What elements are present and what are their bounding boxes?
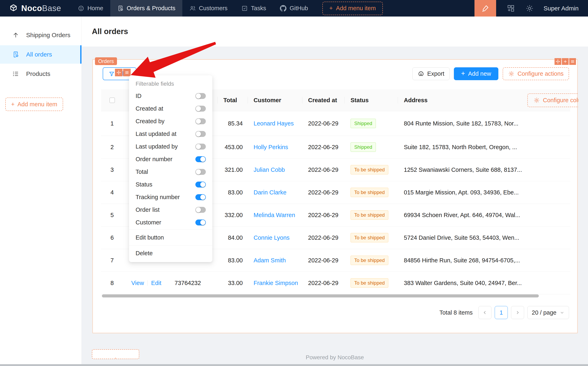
customer-link[interactable]: Adam Smith bbox=[254, 257, 286, 264]
customer-link[interactable]: Frankie Simpson bbox=[254, 280, 298, 286]
cell-total: 83.00 bbox=[217, 249, 248, 272]
filter-field-status[interactable]: Status bbox=[129, 178, 212, 191]
pagination-page-1[interactable]: 1 bbox=[495, 306, 508, 319]
app-root: NocoBase Home Orders & Products Customer… bbox=[0, 0, 588, 366]
table-horizontal-scrollbar[interactable] bbox=[102, 294, 539, 297]
filter-field-last-updated-by[interactable]: Last updated by bbox=[129, 140, 212, 153]
toggle-switch[interactable] bbox=[195, 106, 206, 112]
plus-icon: + bbox=[11, 101, 15, 108]
customer-link[interactable]: Melinda Warren bbox=[254, 212, 295, 219]
page-title: All orders bbox=[82, 27, 128, 36]
nav-item-orders-products[interactable]: Orders & Products bbox=[110, 0, 183, 16]
toggle-switch[interactable] bbox=[195, 194, 206, 200]
row-index: 2 bbox=[101, 136, 123, 158]
filter-field-last-updated-at[interactable]: Last updated at bbox=[129, 128, 212, 140]
navbar-add-menu-item-button[interactable]: + Add menu item bbox=[322, 2, 383, 15]
filter-field-created-at[interactable]: Created at bbox=[129, 102, 212, 115]
action-menu-icon[interactable] bbox=[123, 69, 131, 76]
row-index: 3 bbox=[101, 159, 123, 181]
configure-columns-button[interactable]: Configure columns bbox=[527, 93, 578, 107]
dropdown-delete-item[interactable]: Delete bbox=[129, 246, 212, 260]
pagination-total: Total 8 items bbox=[439, 309, 473, 316]
nav-item-tasks[interactable]: Tasks bbox=[234, 0, 273, 16]
sidebar-item-shipping-orders[interactable]: Shipping Orders bbox=[0, 26, 81, 44]
chevron-down-icon bbox=[560, 310, 565, 315]
page-header: All orders bbox=[82, 16, 588, 46]
pagination-prev-button[interactable] bbox=[478, 306, 491, 319]
filter-field-id[interactable]: ID bbox=[129, 90, 212, 102]
cell-created-at: 2022-06-29 bbox=[302, 204, 344, 226]
block-designer-tools bbox=[555, 58, 576, 65]
toolbar-right: Export + Add new Configure actions bbox=[412, 67, 569, 80]
row-index: 4 bbox=[101, 181, 123, 204]
drag-handle-icon[interactable] bbox=[115, 69, 123, 76]
cell-created-at: 2022-06-29 bbox=[302, 227, 344, 249]
toggle-switch[interactable] bbox=[195, 169, 206, 175]
select-all-checkbox[interactable] bbox=[109, 98, 115, 103]
customer-link[interactable]: Holly Perkins bbox=[254, 144, 288, 151]
toggle-switch[interactable] bbox=[195, 131, 206, 137]
cell-created-at: 2022-06-29 bbox=[302, 181, 344, 204]
export-button[interactable]: Export bbox=[412, 67, 449, 80]
action-designer-tools bbox=[115, 69, 131, 76]
dropdown-edit-button-item[interactable]: Edit button bbox=[129, 230, 212, 244]
customer-link[interactable]: Julian Cobb bbox=[254, 167, 285, 173]
filter-field-created-by[interactable]: Created by bbox=[129, 115, 212, 128]
nav-item-github[interactable]: GitHub bbox=[273, 0, 315, 16]
status-badge: To be shipped bbox=[351, 165, 388, 175]
block-menu-icon[interactable] bbox=[569, 58, 576, 65]
ui-editor-button[interactable] bbox=[474, 0, 496, 16]
settings-gear-icon[interactable] bbox=[526, 4, 534, 12]
edit-link[interactable]: Edit bbox=[151, 280, 161, 286]
team-icon bbox=[189, 5, 196, 12]
toggle-switch[interactable] bbox=[195, 118, 206, 124]
cell-created-at: 2022-06-29 bbox=[302, 249, 344, 272]
cell-order-number: 73764232 bbox=[172, 272, 217, 294]
status-badge: To be shipped bbox=[351, 188, 388, 197]
cell-address: 015 Margie Mission, Apt. 093, 34936, Ebe… bbox=[398, 181, 523, 204]
toggle-switch[interactable] bbox=[195, 156, 206, 162]
customer-link[interactable]: Leonard Hayes bbox=[254, 120, 294, 127]
drag-handle-icon[interactable] bbox=[555, 58, 561, 65]
page-horizontal-scrollbar[interactable] bbox=[0, 364, 588, 366]
nav-item-customers[interactable]: Customers bbox=[182, 0, 234, 16]
view-link[interactable]: View bbox=[131, 280, 144, 286]
add-new-button[interactable]: + Add new bbox=[454, 67, 498, 80]
customer-link[interactable]: Darin Clarke bbox=[254, 189, 286, 196]
logo-text: NocoBase bbox=[21, 4, 61, 13]
header-total: Total bbox=[217, 89, 248, 111]
pagination-next-button[interactable] bbox=[511, 306, 524, 319]
toggle-switch[interactable] bbox=[195, 93, 206, 99]
toggle-switch[interactable] bbox=[195, 207, 206, 213]
row-index: 6 bbox=[101, 227, 123, 249]
nocobase-logo[interactable]: NocoBase bbox=[8, 3, 61, 13]
arrow-up-icon bbox=[12, 32, 19, 38]
nav-item-home[interactable]: Home bbox=[71, 0, 110, 16]
toggle-switch[interactable] bbox=[195, 182, 206, 188]
filter-field-tracking-number[interactable]: Tracking number bbox=[129, 191, 212, 203]
list-icon bbox=[12, 70, 19, 77]
plus-icon: + bbox=[461, 69, 465, 77]
page-size-select[interactable]: 20 / page bbox=[527, 306, 569, 319]
sidebar-item-products[interactable]: Products bbox=[0, 65, 81, 83]
status-badge: Shipped bbox=[351, 142, 376, 152]
chevron-left-icon bbox=[482, 310, 487, 315]
toggle-switch[interactable] bbox=[195, 144, 206, 150]
sidebar-item-all-orders[interactable]: All orders bbox=[0, 45, 81, 64]
status-badge: To be shipped bbox=[351, 233, 388, 242]
configure-actions-button[interactable]: Configure actions bbox=[503, 67, 569, 80]
sidebar-add-menu-item-button[interactable]: + Add menu item bbox=[5, 98, 63, 111]
cell-created-at: 2022-06-29 bbox=[302, 272, 344, 294]
plugin-blocks-icon[interactable] bbox=[507, 4, 515, 12]
customer-link[interactable]: Connie Lyons bbox=[254, 234, 289, 241]
filter-field-total[interactable]: Total bbox=[129, 166, 212, 178]
add-block-icon[interactable] bbox=[562, 58, 569, 65]
toggle-switch[interactable] bbox=[195, 220, 206, 225]
filter-field-order-number[interactable]: Order number bbox=[129, 153, 212, 166]
filter-field-order-list[interactable]: Order list bbox=[129, 203, 212, 216]
filter-funnel-icon bbox=[109, 71, 115, 77]
user-menu[interactable]: Super Admin bbox=[543, 5, 579, 12]
dropdown-header: Filterable fields bbox=[129, 78, 212, 90]
filter-field-customer[interactable]: Customer bbox=[129, 216, 212, 229]
block-label-badge: Orders bbox=[95, 57, 117, 65]
